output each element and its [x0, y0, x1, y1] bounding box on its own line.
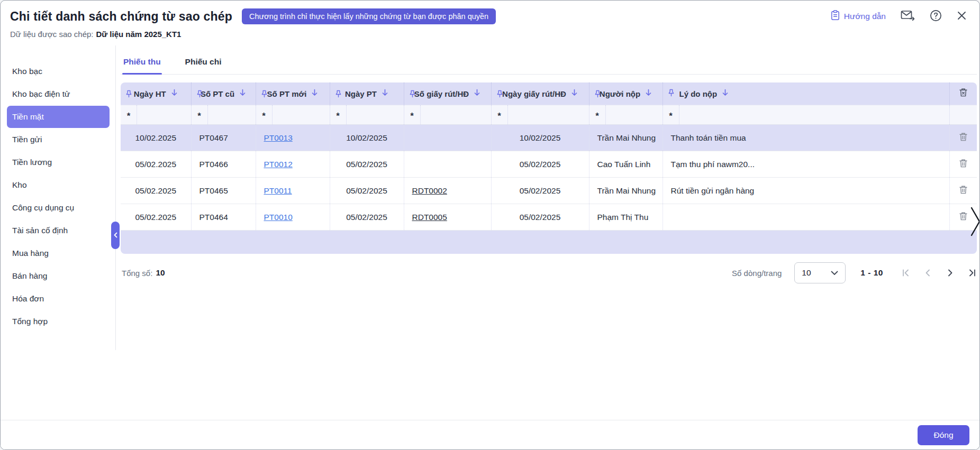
column-header-ly-do-nop[interactable]: Lý do nộp [663, 82, 949, 105]
pushpin-icon[interactable] [335, 90, 342, 98]
subtitle-label: Dữ liệu được sao chép: [10, 30, 94, 39]
sidebar-item-tien-gui[interactable]: Tiền gửi [1, 128, 115, 151]
column-header-nguoi-nop[interactable]: Người nộp [589, 82, 663, 105]
withdrawal-doc-link[interactable]: RDT0002 [412, 186, 447, 195]
cell-nguoi-nop: Trần Mai Nhung [589, 125, 663, 151]
arrow-down-icon[interactable] [722, 89, 729, 98]
sidebar-item-tien-luong[interactable]: Tiền lương [1, 151, 115, 173]
pushpin-icon[interactable] [261, 90, 268, 98]
rows-per-page-select[interactable]: 10 [794, 262, 846, 283]
pushpin-icon[interactable] [409, 90, 416, 98]
cell-ngay-ht: 10/02.2025 [121, 125, 191, 151]
table-row[interactable]: 05/02.2025 PT0466 PT0012 05/02/2025 05/0… [121, 151, 977, 178]
cell-so-giay-rut [404, 125, 491, 151]
cell-so-giay-rut: RDT0005 [404, 204, 491, 231]
document-link[interactable]: PT0010 [264, 213, 293, 222]
pushpin-icon[interactable] [125, 90, 132, 98]
table-row[interactable]: 10/02.2025 PT0467 PT0013 10/02/2025 10/0… [121, 125, 977, 151]
filter-cell-so-pt-cu[interactable]: * [191, 105, 256, 125]
clear-filters-header[interactable] [949, 82, 977, 105]
sidebar-item-ban-hang[interactable]: Bán hàng [1, 265, 115, 287]
filter-cell-ngay-pt[interactable]: * [330, 105, 404, 125]
chevron-down-icon [831, 268, 838, 278]
sidebar-collapse-handle[interactable] [111, 222, 120, 249]
filter-operator[interactable]: * [330, 105, 347, 124]
tab-phieu-thu[interactable]: Phiếu thu [122, 52, 162, 74]
filter-operator[interactable]: * [256, 105, 273, 124]
sidebar-item-hoa-don[interactable]: Hóa đơn [1, 288, 115, 310]
chevron-right-icon [970, 229, 980, 238]
arrow-down-icon[interactable] [474, 89, 480, 98]
filter-cell-so-pt-moi[interactable]: * [256, 105, 330, 125]
delete-row-button[interactable] [957, 183, 970, 198]
filter-operator[interactable]: * [492, 105, 508, 124]
arrow-down-icon[interactable] [311, 89, 318, 98]
guide-link[interactable]: Hướng dẫn [831, 10, 886, 23]
filter-operator[interactable]: * [192, 105, 208, 124]
rows-per-page-value: 10 [802, 268, 811, 278]
dialog-header: Chi tiết danh sách chứng từ sao chép Chư… [1, 1, 979, 39]
arrow-down-icon[interactable] [571, 89, 578, 98]
previous-page-button[interactable] [923, 269, 932, 277]
scroll-right-button[interactable] [970, 206, 980, 239]
filter-cell-ngay-giay-rut[interactable]: * [491, 105, 589, 125]
arrow-down-icon[interactable] [239, 89, 246, 98]
filter-cell-ngay-ht[interactable]: * [121, 105, 191, 125]
trash-icon [959, 185, 968, 196]
delete-row-button[interactable] [957, 209, 970, 225]
first-page-button[interactable] [901, 269, 910, 277]
delete-row-button[interactable] [957, 157, 970, 172]
column-header-so-pt-cu[interactable]: Số PT cũ [191, 82, 256, 105]
sidebar-item-mua-hang[interactable]: Mua hàng [1, 242, 115, 264]
column-header-so-giay-rut[interactable]: Số giấy rút/HĐ [404, 82, 491, 105]
close-dialog-button[interactable] [957, 11, 967, 23]
withdrawal-doc-link[interactable]: RDT0005 [412, 213, 447, 222]
filter-operator[interactable]: * [404, 105, 421, 124]
cell-so-pt-moi: PT0010 [256, 204, 330, 231]
tab-phieu-chi[interactable]: Phiếu chi [184, 52, 223, 74]
column-header-ngay-pt[interactable]: Ngày PT [330, 82, 404, 105]
sidebar-item-tai-san-co-dinh[interactable]: Tài sản cố định [1, 219, 115, 242]
cell-ngay-giay-rut: 10/02/2025 [491, 125, 589, 151]
filter-operator[interactable]: * [589, 105, 606, 124]
sidebar-item-kho-bac-dien-tu[interactable]: Kho bạc điện tử [1, 83, 115, 105]
page-title: Chi tiết danh sách chứng từ sao chép [10, 10, 232, 24]
sidebar-item-tien-mat[interactable]: Tiền mặt [7, 106, 110, 128]
column-label: Số PT cũ [201, 89, 234, 98]
sidebar-item-tong-hop[interactable]: Tổng hợp [1, 310, 115, 333]
filter-cell-so-giay-rut[interactable]: * [404, 105, 491, 125]
document-link[interactable]: PT0011 [264, 186, 292, 195]
trash-x-icon[interactable] [959, 88, 968, 99]
cell-so-giay-rut: RDT0002 [404, 178, 491, 204]
delete-row-button[interactable] [957, 130, 970, 145]
help-button[interactable] [930, 10, 942, 24]
column-header-so-pt-moi[interactable]: Số PT mới [256, 82, 330, 105]
filter-operator[interactable]: * [121, 105, 137, 124]
copied-data-subtitle: Dữ liệu được sao chép:Dữ liệu năm 2025_K… [10, 30, 967, 39]
document-link[interactable]: PT0013 [264, 133, 293, 142]
sidebar-item-kho[interactable]: Kho [1, 174, 115, 196]
next-page-button[interactable] [946, 269, 955, 277]
pushpin-icon[interactable] [668, 89, 675, 99]
filter-cell-nguoi-nop[interactable]: * [589, 105, 663, 125]
arrow-down-icon[interactable] [645, 89, 652, 98]
table-row[interactable]: 05/02.2025 PT0465 PT0011 05/02/2025 RDT0… [121, 178, 977, 204]
cell-ngay-pt: 05/02/2025 [330, 204, 404, 231]
document-link[interactable]: PT0012 [264, 160, 293, 169]
table-row[interactable]: 05/02.2025 PT0464 PT0010 05/02/2025 RDT0… [121, 204, 977, 231]
sidebar-item-cong-cu-dung-cu[interactable]: Công cụ dụng cụ [1, 197, 115, 219]
pushpin-icon[interactable] [496, 90, 503, 98]
last-page-button[interactable] [968, 269, 977, 277]
column-header-ngay-giay-rut[interactable]: Ngày giấy rút/HĐ [491, 82, 589, 105]
arrow-down-icon[interactable] [382, 89, 388, 98]
pushpin-icon[interactable] [196, 90, 203, 98]
column-header-ngay-ht[interactable]: Ngày HT [121, 82, 191, 105]
filter-cell-ly-do-nop[interactable]: * [663, 105, 949, 125]
pushpin-icon[interactable] [594, 90, 601, 98]
filter-operator[interactable]: * [663, 105, 679, 124]
close-button[interactable]: Đóng [918, 425, 969, 445]
dialog-footer: Đóng [1, 420, 979, 449]
sidebar-item-kho-bac[interactable]: Kho bạc [1, 60, 115, 82]
feedback-button[interactable] [901, 10, 915, 23]
arrow-down-icon[interactable] [171, 89, 178, 98]
